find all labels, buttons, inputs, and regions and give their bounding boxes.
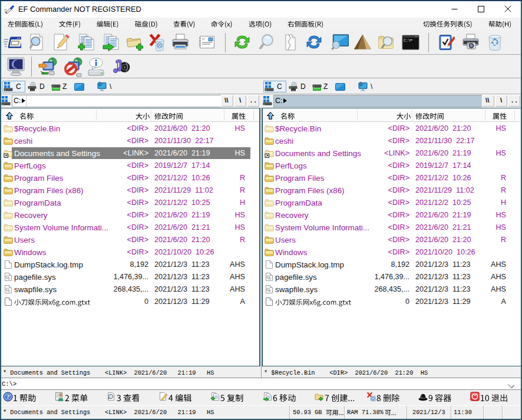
svg-text:?: ? bbox=[6, 393, 9, 400]
svg-text:dvd: dvd bbox=[292, 89, 295, 91]
svg-text:C:\: C:\ bbox=[404, 39, 411, 43]
svg-text:dvd: dvd bbox=[31, 89, 34, 91]
